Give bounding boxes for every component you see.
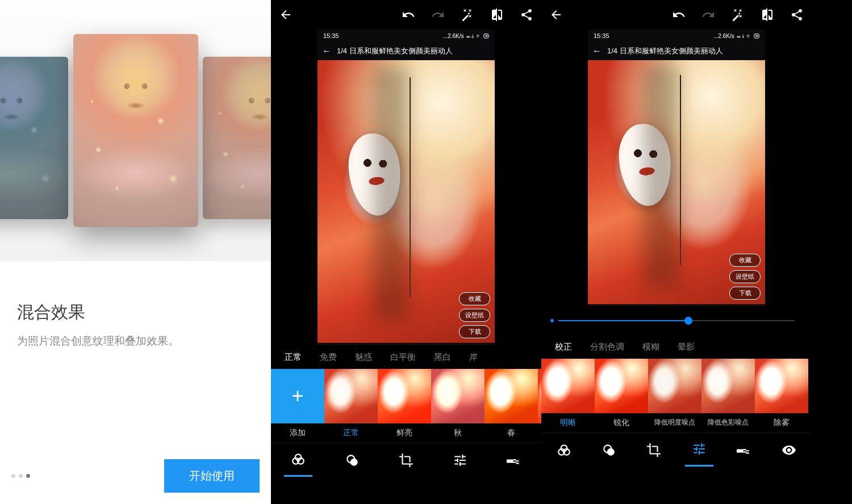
image-title: 1/4 日系和服鲜艳美女侧颜美丽动人: [607, 46, 723, 56]
thumb-color-noise[interactable]: 降低色彩噪点: [701, 359, 755, 432]
image-title-bar: ← 1/4 日系和服鲜艳美女侧颜美丽动人: [318, 42, 495, 60]
bottom-nav: [271, 443, 541, 477]
back-icon[interactable]: [549, 8, 563, 22]
thumb-luma-noise[interactable]: 降低明度噪点: [648, 359, 701, 432]
favorite-pill[interactable]: 收藏: [729, 254, 761, 267]
tab-charm[interactable]: 魅惑: [346, 352, 381, 363]
tab-bw[interactable]: 黑白: [425, 352, 460, 363]
thumb-sharpen[interactable]: 锐化: [595, 359, 648, 432]
tab-free[interactable]: 免费: [311, 352, 346, 363]
thumb-vivid[interactable]: 鲜亮: [378, 369, 431, 443]
thumb-clarity[interactable]: 明晰: [541, 359, 595, 432]
editor-adjust-panel: 15:35 ...2.6K/sᚚ ⫰ ᯤ ㊱ ← 1/4 日系和服鲜艳美女侧颜美…: [541, 0, 812, 504]
magic-wand-icon[interactable]: [461, 8, 474, 22]
adjust-category-tabs: 校正 分割色调 模糊 晕影: [541, 335, 812, 359]
tab-splittone[interactable]: 分割色调: [581, 342, 633, 352]
start-button[interactable]: 开始使用: [164, 459, 260, 493]
thumb-spring[interactable]: 春: [485, 369, 538, 443]
download-pill[interactable]: 下载: [729, 287, 761, 300]
adjust-icon[interactable]: [453, 453, 467, 468]
eye-icon[interactable]: [782, 443, 796, 457]
tab-vignette[interactable]: 晕影: [669, 342, 704, 352]
bottom-nav: [541, 432, 812, 467]
share-icon[interactable]: [790, 8, 804, 22]
thumb-autumn[interactable]: 秋: [431, 369, 485, 443]
svg-point-9: [607, 448, 615, 455]
dot[interactable]: [19, 474, 23, 478]
tab-normal[interactable]: 正常: [275, 352, 311, 363]
tab-correction[interactable]: 校正: [546, 342, 581, 352]
magic-wand-icon[interactable]: [731, 8, 745, 22]
download-pill[interactable]: 下载: [459, 325, 490, 338]
tab-blur[interactable]: 模糊: [633, 342, 669, 352]
looks-icon[interactable]: [291, 452, 306, 467]
slider-track[interactable]: [558, 320, 795, 321]
heal-icon[interactable]: [507, 453, 521, 468]
top-bar: [541, 0, 812, 30]
dot-active[interactable]: [26, 474, 30, 478]
thumb-normal[interactable]: 正常: [324, 369, 378, 443]
redo-icon: [431, 8, 445, 22]
crop-icon[interactable]: [646, 443, 661, 457]
top-bar: [271, 0, 541, 30]
tab-whitebalance[interactable]: 白平衡: [381, 352, 425, 363]
tab-shore[interactable]: 岸: [460, 352, 487, 363]
heal-icon[interactable]: [737, 443, 751, 457]
onboarding-carousel[interactable]: [0, 0, 271, 261]
wallpaper-pill[interactable]: 设壁纸: [729, 270, 761, 283]
overlay-icon[interactable]: [602, 443, 616, 457]
carousel-card-center: [73, 34, 198, 227]
share-icon[interactable]: [520, 8, 533, 22]
wallpaper-pill[interactable]: 设壁纸: [459, 309, 490, 322]
onboarding-subtitle: 为照片混合创意纹理和叠加效果。: [17, 333, 254, 350]
filter-thumbnails: + 添加 正常 鲜亮 秋 春: [271, 369, 541, 443]
onboarding-panel: 混合效果 为照片混合创意纹理和叠加效果。 开始使用: [0, 0, 271, 504]
dot[interactable]: [11, 474, 15, 478]
edited-image[interactable]: 15:35 ...2.6K/sᚚ ⫰ ᯤ ㊱ ← 1/4 日系和服鲜艳美女侧颜美…: [588, 30, 765, 306]
onboarding-title: 混合效果: [17, 301, 254, 324]
compare-icon[interactable]: [761, 8, 774, 22]
overlay-icon[interactable]: [345, 453, 360, 468]
adjust-icon[interactable]: [692, 442, 707, 456]
slider-thumb[interactable]: [684, 317, 692, 325]
status-time: 15:35: [323, 32, 339, 39]
adjust-thumbnails: 明晰 锐化 降低明度噪点 降低色彩噪点 除雾: [541, 359, 812, 432]
editor-filters-panel: 15:35 ...2.6K/sᚚ ⫰ ᯤ ㊱ ← 1/4 日系和服鲜艳美女侧颜美…: [271, 0, 541, 504]
carousel-card-right: [203, 57, 271, 219]
crop-icon[interactable]: [399, 453, 414, 468]
redo-icon: [701, 8, 715, 22]
edited-image[interactable]: 15:35 ...2.6K/sᚚ ⫰ ᯤ ㊱ ← 1/4 日系和服鲜艳美女侧颜美…: [318, 30, 495, 345]
adjustment-slider[interactable]: [541, 306, 812, 335]
back-small-icon[interactable]: ←: [592, 46, 602, 56]
compare-icon[interactable]: [490, 8, 504, 22]
back-small-icon[interactable]: ←: [322, 46, 331, 56]
thumb-add[interactable]: + 添加: [271, 369, 324, 443]
image-content: 收藏 设壁纸 下载: [318, 60, 495, 343]
undo-icon[interactable]: [402, 8, 415, 22]
status-time: 15:35: [594, 32, 609, 39]
status-bar: 15:35 ...2.6K/sᚚ ⫰ ᯤ ㊱: [588, 30, 765, 42]
image-content: 收藏 设壁纸 下载: [588, 60, 765, 304]
favorite-pill[interactable]: 收藏: [459, 292, 490, 305]
page-dots: [11, 474, 30, 478]
image-title: 1/4 日系和服鲜艳美女侧颜美丽动人: [337, 46, 453, 56]
image-title-bar: ← 1/4 日系和服鲜艳美女侧颜美丽动人: [588, 42, 765, 60]
thumb-dehaze[interactable]: 除雾: [755, 359, 808, 432]
back-icon[interactable]: [279, 8, 293, 22]
slider-start-dot: [550, 319, 554, 322]
status-bar: 15:35 ...2.6K/sᚚ ⫰ ᯤ ㊱: [318, 30, 495, 42]
undo-icon[interactable]: [672, 8, 686, 22]
filter-category-tabs: 正常 免费 魅惑 白平衡 黑白 岸: [271, 345, 541, 369]
looks-icon[interactable]: [557, 443, 571, 457]
carousel-card-left: [0, 57, 68, 219]
plus-icon: +: [291, 384, 303, 408]
svg-point-4: [350, 458, 358, 465]
